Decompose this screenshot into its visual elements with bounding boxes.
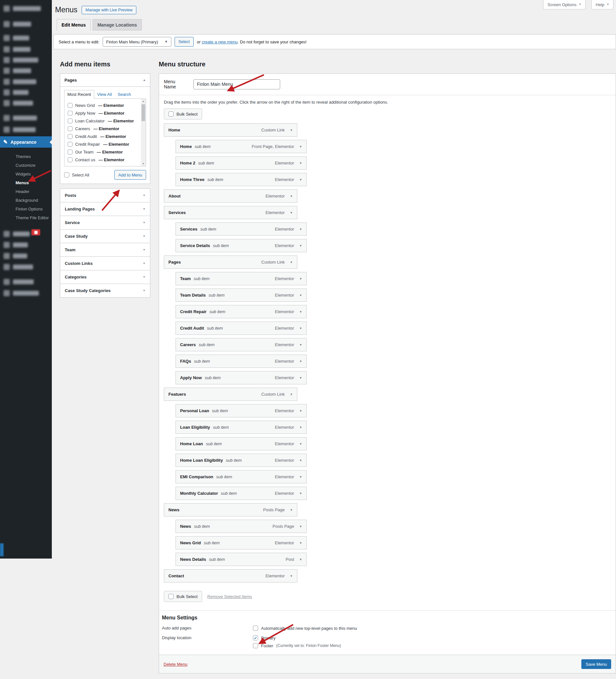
menu-item-row[interactable]: Loan Eligibility sub item Elementor ▼: [175, 421, 307, 434]
sidebar-submenu-item[interactable]: Widgets: [0, 170, 52, 179]
page-checkbox-item[interactable]: Loan Calculator — Elementor: [68, 117, 140, 125]
chevron-down-icon[interactable]: ▼: [299, 277, 302, 281]
chevron-down-icon[interactable]: ▼: [299, 145, 302, 148]
menu-item-row[interactable]: Personal Loan sub item Elementor ▼: [175, 404, 307, 417]
menu-item-handle[interactable]: Loan Eligibility sub item Elementor ▼: [175, 421, 307, 434]
save-menu-button[interactable]: Save Menu: [581, 659, 611, 669]
sidebar-submenu-item[interactable]: Customize: [0, 161, 52, 170]
page-checkbox-item[interactable]: Apply Now — Elementor: [68, 109, 140, 117]
chevron-down-icon[interactable]: ▼: [290, 574, 293, 578]
accordion-section[interactable]: Custom Links ▼: [60, 256, 150, 270]
chevron-down-icon[interactable]: ▼: [299, 327, 302, 330]
bulk-select-checkbox[interactable]: [168, 111, 173, 117]
chevron-down-icon[interactable]: ▼: [299, 162, 302, 165]
menu-item-handle[interactable]: Contact Elementor ▼: [164, 569, 297, 583]
menu-item-row[interactable]: News sub item Posts Page ▼: [175, 520, 307, 533]
menu-item-handle[interactable]: News Grid sub item Elementor ▼: [175, 536, 307, 549]
menu-item-row[interactable]: Home Loan Eligibility sub item Elementor…: [175, 454, 307, 467]
menu-item-row[interactable]: Credit Audit sub item Elementor ▼: [175, 322, 307, 335]
menu-item-row[interactable]: Monthly Calculator sub item Elementor ▼: [175, 487, 307, 500]
chevron-down-icon[interactable]: ▼: [299, 525, 302, 528]
screen-options-toggle[interactable]: Screen Options ▼: [543, 0, 586, 9]
redacted-menu-item[interactable]: [0, 289, 52, 297]
location-checkbox[interactable]: [253, 635, 258, 641]
tab-view-all[interactable]: View All: [94, 90, 115, 98]
menu-item-handle[interactable]: News sub item Posts Page ▼: [175, 520, 307, 533]
checkbox[interactable]: [68, 119, 72, 123]
accordion-section[interactable]: Posts ▼: [60, 189, 150, 202]
redacted-menu-item[interactable]: [0, 56, 52, 64]
menu-item-row[interactable]: News Grid sub item Elementor ▼: [175, 536, 307, 549]
sidebar-item-appearance[interactable]: ✎ Appearance: [0, 136, 52, 148]
chevron-down-icon[interactable]: ▼: [299, 459, 302, 462]
chevron-down-icon[interactable]: ▼: [290, 261, 293, 264]
tab-search[interactable]: Search: [115, 90, 134, 98]
menu-item-handle[interactable]: Home Custom Link ▼: [164, 123, 297, 137]
chevron-down-icon[interactable]: ▼: [299, 178, 302, 181]
redacted-menu-item[interactable]: [0, 99, 52, 107]
page-checkbox-item[interactable]: Contact us — Elementor: [68, 156, 140, 163]
menu-item-handle[interactable]: Credit Repair sub item Elementor ▼: [175, 305, 307, 318]
redacted-menu-item[interactable]: [0, 20, 52, 28]
chevron-down-icon[interactable]: ▼: [299, 541, 302, 545]
menu-item-row[interactable]: News Posts Page ▼: [164, 503, 297, 516]
chevron-down-icon[interactable]: ▼: [299, 360, 302, 363]
redacted-menu-item[interactable]: [0, 263, 52, 271]
menu-item-handle[interactable]: Featuers Custom Link ▼: [164, 388, 297, 401]
accordion-section[interactable]: Service ▼: [60, 216, 150, 230]
redacted-menu-item[interactable]: [0, 34, 52, 42]
chevron-down-icon[interactable]: ▼: [299, 426, 302, 429]
screen-tab[interactable]: Edit Menus: [57, 19, 91, 30]
accordion-section[interactable]: Landing Pages ▼: [60, 202, 150, 216]
menu-item-row[interactable]: News Details sub item Post ▼: [175, 553, 307, 566]
menu-item-row[interactable]: EMI Comparison sub item Elementor ▼: [175, 470, 307, 483]
redacted-menu-item[interactable]: [0, 114, 52, 122]
menu-item-row[interactable]: Services sub item Elementor ▼: [175, 222, 307, 236]
menu-item-handle[interactable]: Services Elementor ▼: [164, 206, 297, 219]
sidebar-submenu-item[interactable]: Theme File Editor: [0, 214, 52, 222]
accordion-section[interactable]: Case Study ▼: [60, 229, 150, 243]
redacted-menu-item[interactable]: [0, 278, 52, 286]
select-button[interactable]: Select: [174, 37, 194, 46]
page-checkbox-item[interactable]: Our Team — Elementor: [68, 148, 140, 156]
menu-item-row[interactable]: FAQs sub item Elementor ▼: [175, 355, 307, 368]
scrollbar-thumb[interactable]: [141, 104, 145, 121]
menu-item-row[interactable]: Home sub item Front Page, Elementor ▼: [175, 140, 307, 153]
chevron-down-icon[interactable]: ▼: [290, 211, 293, 214]
chevron-down-icon[interactable]: ▼: [290, 393, 293, 396]
sidebar-submenu-item[interactable]: Header: [0, 187, 52, 196]
menu-item-handle[interactable]: Team Details sub item Elementor ▼: [175, 289, 307, 302]
menu-item-row[interactable]: Team sub item Elementor ▼: [175, 272, 307, 285]
pages-panel-header[interactable]: Pages ▲: [60, 74, 150, 87]
add-to-menu-button[interactable]: Add to Menu: [114, 170, 146, 180]
display-location-option[interactable]: Footer (Currently set to: Finlon Footer …: [253, 643, 341, 648]
redacted-menu-item[interactable]: [0, 67, 52, 74]
screen-tab[interactable]: Manage Locations: [93, 19, 142, 30]
scrollbar[interactable]: ▲ ▼: [141, 99, 146, 166]
sidebar-submenu-item[interactable]: Menus: [0, 179, 52, 187]
chevron-down-icon[interactable]: ▼: [299, 475, 302, 479]
accordion-section[interactable]: Case Study Categories ▼: [60, 284, 150, 298]
menu-item-row[interactable]: Home Three sub item Elementor ▼: [175, 173, 307, 186]
menu-item-handle[interactable]: Pages Custom Link ▼: [164, 256, 297, 269]
menu-item-handle[interactable]: Credit Audit sub item Elementor ▼: [175, 322, 307, 335]
display-location-option[interactable]: Primary: [253, 635, 341, 641]
bulk-select-checkbox[interactable]: [168, 594, 173, 599]
checkbox[interactable]: [68, 150, 72, 155]
redacted-menu-item[interactable]: [0, 88, 52, 96]
chevron-down-icon[interactable]: ▼: [143, 235, 145, 238]
page-checkbox-item[interactable]: News Grid — Elementor: [68, 101, 140, 109]
menu-item-handle[interactable]: EMI Comparison sub item Elementor ▼: [175, 470, 307, 483]
menu-item-handle[interactable]: About Elementor ▼: [164, 189, 297, 203]
menu-item-row[interactable]: Services Elementor ▼: [164, 206, 297, 219]
redacted-menu-item[interactable]: [0, 252, 52, 260]
menu-item-row[interactable]: Home Custom Link ▼: [164, 123, 297, 137]
chevron-down-icon[interactable]: ▼: [143, 276, 145, 279]
menu-item-handle[interactable]: Services sub item Elementor ▼: [175, 222, 307, 236]
chevron-down-icon[interactable]: ▼: [143, 289, 145, 292]
create-new-menu-link[interactable]: create a new menu: [202, 39, 238, 44]
chevron-down-icon[interactable]: ▼: [299, 310, 302, 314]
menu-item-handle[interactable]: Home Three sub item Elementor ▼: [175, 173, 307, 186]
menu-item-handle[interactable]: Careers sub item Elementor ▼: [175, 338, 307, 351]
chevron-down-icon[interactable]: ▼: [143, 194, 145, 197]
